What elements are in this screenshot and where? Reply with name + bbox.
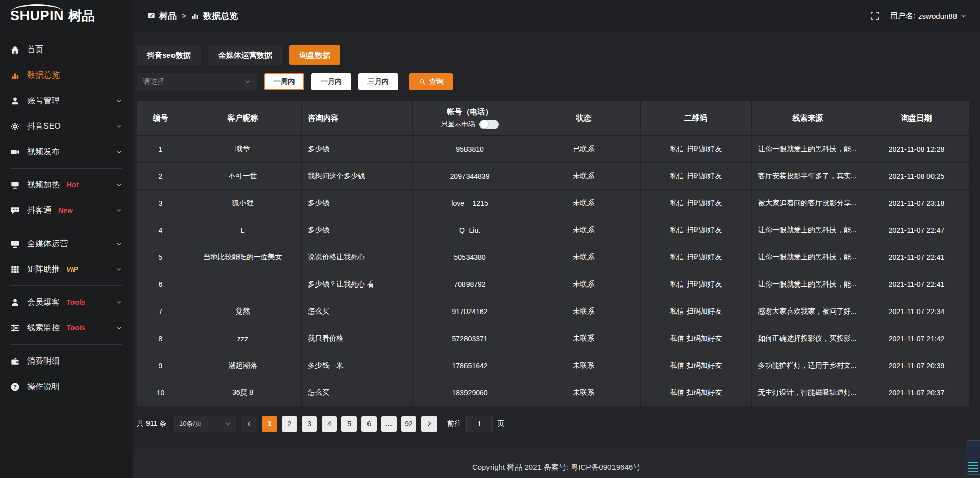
cell-source-link[interactable]: 感谢大家喜欢我家，被问了好... [752, 298, 864, 325]
cell-qrcode-link[interactable]: 私信 扫码加好友 [641, 271, 752, 298]
sidebar-item[interactable]: 首页 [0, 37, 133, 62]
sidebar-item[interactable]: 抖音SEO [0, 113, 133, 139]
cell-qrcode-link[interactable]: 私信 扫码加好友 [641, 325, 752, 352]
cell-account: 183929060 [413, 379, 527, 407]
tab-3[interactable]: 询盘数据 [289, 45, 340, 65]
sidebar-item[interactable]: 视频发布 [0, 139, 133, 164]
breadcrumb-home[interactable]: 树品 [159, 10, 177, 22]
sidebar-item[interactable]: 线索监控Tools [0, 315, 133, 341]
chevron-down-icon [116, 299, 122, 306]
sidebar-item[interactable]: 抖客通New [0, 198, 133, 223]
cell-qrcode-link[interactable]: 私信 扫码加好友 [641, 190, 752, 217]
sidebar-item-badge: Tools [66, 324, 85, 332]
query-button[interactable]: 查询 [409, 73, 453, 90]
cell-source-link[interactable]: 被大家追着问的客厅投影分享... [752, 190, 864, 217]
cell-qrcode-link[interactable]: 私信 扫码加好友 [641, 379, 752, 407]
cell-source-link[interactable]: 让你一眼就爱上的黑科技，能... [752, 271, 864, 298]
cell-id: 8 [137, 325, 184, 352]
cell-qrcode-link[interactable]: 私信 扫码加好友 [641, 217, 752, 244]
cell-nickname: 不可一世 [184, 163, 302, 190]
page-ellipsis[interactable]: ... [381, 416, 397, 432]
sidebar-item-label: 消费明细 [27, 356, 60, 367]
tab-1[interactable]: 抖音seo数据 [137, 45, 201, 65]
cell-source-link[interactable]: 让你一眼就爱上的黑科技，能... [752, 135, 864, 163]
topbar-right: 用户名: zswodun88 [870, 11, 967, 21]
cell-date: 2021-11-07 20:39 [864, 352, 969, 379]
cell-qrcode-link[interactable]: 私信 扫码加好友 [641, 244, 752, 271]
range-button[interactable]: 一月内 [311, 73, 351, 90]
cell-nickname: 狐小狸 [184, 190, 302, 217]
cell-nickname: 潮起潮落 [184, 352, 302, 379]
col-id: 编号 [137, 101, 184, 136]
page-size-value: 10条/页 [179, 419, 202, 428]
next-page-button[interactable] [421, 416, 437, 432]
cell-id: 7 [137, 298, 184, 325]
sidebar-item-badge: VIP [66, 265, 78, 273]
cell-source-link[interactable]: 如何正确选择投影仪，买投影... [752, 325, 864, 352]
fullscreen-icon[interactable] [870, 11, 880, 21]
cell-source-link[interactable]: 让你一眼就爱上的黑科技，能... [752, 217, 864, 244]
range-button[interactable]: 一周内 [264, 73, 304, 90]
page-size-select[interactable]: 10条/页 [174, 416, 236, 432]
sidebar-item[interactable]: 视频加热Hot [0, 172, 133, 198]
cell-status: 未联系 [527, 244, 641, 271]
cell-status: 未联系 [527, 271, 641, 298]
page-button[interactable]: 2 [282, 416, 297, 432]
cell-status: 未联系 [527, 325, 641, 352]
logo: SHUPIN 树品 [0, 0, 133, 32]
col-qrcode: 二维码 [641, 101, 752, 136]
cell-nickname: L [184, 217, 302, 244]
user-menu[interactable]: 用户名: zswodun88 [890, 11, 967, 21]
filter-select[interactable]: 请选择 [137, 73, 257, 90]
page-button[interactable]: 6 [361, 416, 377, 432]
sidebar-item[interactable]: 账号管理 [0, 88, 133, 113]
main-column: 树品 > 数据总览 用户名: zswodun88 抖音seo数据全媒体运营数据询… [133, 0, 980, 478]
tab-2[interactable]: 全媒体运营数据 [208, 45, 282, 65]
page-button[interactable]: 5 [341, 416, 357, 432]
table-row: 4L多少钱Q_Liu.未联系私信 扫码加好友让你一眼就爱上的黑科技，能...20… [137, 217, 969, 244]
cell-date: 2021-11-08 00:25 [864, 163, 969, 190]
page-button[interactable]: 4 [322, 416, 337, 432]
cell-qrcode-link[interactable]: 私信 扫码加好友 [641, 135, 752, 163]
page-button[interactable]: 92 [401, 416, 416, 432]
table-row: 5当地比较能吃的一位美女说说价格让我死心50534380未联系私信 扫码加好友让… [137, 244, 969, 271]
sidebar-item[interactable]: 会员爆客Tools [0, 290, 133, 315]
chat-icon [10, 206, 20, 216]
sidebar-item[interactable]: 消费明细 [0, 348, 133, 374]
table-row: 9潮起潮落多少钱一米178651642未联系私信 扫码加好友多功能护栏灯，适用于… [137, 352, 969, 379]
chevron-down-icon [116, 98, 122, 104]
cell-source-link[interactable]: 客厅安装投影半年多了，真实... [752, 163, 864, 190]
cell-id: 4 [137, 217, 184, 244]
pagination: 共 911 条 10条/页 123456...92 前往 页 [137, 416, 969, 432]
cell-source-link[interactable]: 多功能护栏灯，适用于乡村文... [752, 352, 864, 379]
goto-page-input[interactable] [466, 416, 493, 432]
cell-source-link[interactable]: 让你一眼就爱上的黑科技，能... [752, 244, 864, 271]
cell-date: 2021-11-07 22:47 [864, 217, 969, 244]
chevron-down-icon [116, 241, 122, 247]
chat-widget[interactable] [966, 440, 980, 475]
sidebar-divider [10, 344, 122, 345]
page-button[interactable]: 3 [302, 416, 317, 432]
user-icon [10, 96, 20, 106]
cell-qrcode-link[interactable]: 私信 扫码加好友 [641, 352, 752, 379]
cell-qrcode-link[interactable]: 私信 扫码加好友 [641, 298, 752, 325]
prev-page-button[interactable] [241, 416, 257, 432]
copyright-text: Copyright 树品 2021 备案号: 粤ICP备09019646号 [472, 463, 641, 472]
sidebar-item[interactable]: ?操作说明 [0, 374, 133, 399]
breadcrumb-separator: > [182, 12, 186, 20]
sidebar-item[interactable]: 矩阵助推VIP [0, 256, 133, 282]
range-button[interactable]: 三月内 [358, 73, 398, 90]
phone-only-toggle[interactable] [479, 119, 499, 129]
cell-qrcode-link[interactable]: 私信 扫码加好友 [641, 163, 752, 190]
cell-nickname: 觉然 [184, 298, 302, 325]
col-status: 状态 [527, 101, 641, 136]
chevron-down-icon [116, 325, 122, 331]
cell-source-link[interactable]: 无主灯设计，智能磁吸轨道灯... [752, 379, 864, 407]
query-button-label: 查询 [429, 77, 444, 86]
page-button[interactable]: 1 [262, 416, 277, 432]
sidebar-item[interactable]: 数据总览 [0, 62, 133, 88]
table-row: 8zzz我只看价格572803371未联系私信 扫码加好友如何正确选择投影仪，买… [137, 325, 969, 352]
phone-only-row: 只显示电话 [413, 119, 526, 129]
sidebar-item[interactable]: 全媒体运营 [0, 231, 133, 256]
table-row: 7觉然怎么买917024162未联系私信 扫码加好友感谢大家喜欢我家，被问了好.… [137, 298, 969, 325]
